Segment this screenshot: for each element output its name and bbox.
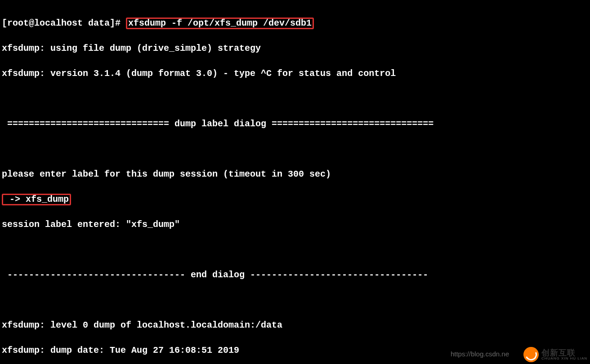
dialog-header: ============================== dump labe… (2, 118, 588, 130)
output-line: xfsdump: version 3.1.4 (dump format 3.0)… (2, 67, 588, 80)
command-highlight: xfsdump -f /opt/xfs_dump /dev/sdb1 (126, 18, 314, 29)
input-highlight: -> xfs_dump (2, 194, 71, 205)
shell-prompt: [root@localhost data]# (2, 18, 126, 28)
output-line: session label entered: "xfs_dump" (2, 218, 588, 231)
output-line: xfsdump: level 0 dump of localhost.local… (2, 319, 588, 332)
logo-icon (523, 347, 539, 362)
label-prompt: please enter label for this dump session… (2, 168, 588, 181)
terminal-output: [root@localhost data]# xfsdump -f /opt/x… (0, 0, 590, 364)
watermark-text-en: CHUANG XIN HU LIAN (541, 357, 587, 360)
output-line: xfsdump: using file dump (drive_simple) … (2, 42, 588, 55)
dialog-footer: --------------------------------- end di… (2, 269, 588, 281)
watermark-url: https://blog.csdn.ne (451, 348, 509, 360)
watermark-text-cn: 创新互联 (541, 349, 587, 357)
prompt-arrow: -> (4, 194, 26, 204)
session-label-input[interactable]: xfs_dump (26, 194, 69, 204)
watermark-logo: 创新互联 CHUANG XIN HU LIAN (523, 347, 587, 362)
